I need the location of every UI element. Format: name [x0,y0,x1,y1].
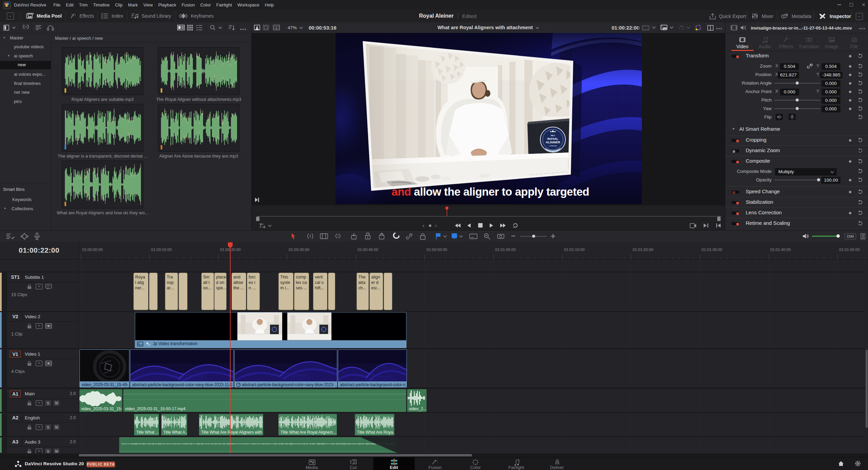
svg-text:N0.1: N0.1 [551,134,555,137]
svg-text:ALIGNER: ALIGNER [546,140,560,144]
svg-text:company: company [549,144,557,147]
svg-text:HQ: HQ [664,28,667,30]
svg-text:and allow the aligner to apply: and allow the aligner to apply targeted [392,185,589,198]
